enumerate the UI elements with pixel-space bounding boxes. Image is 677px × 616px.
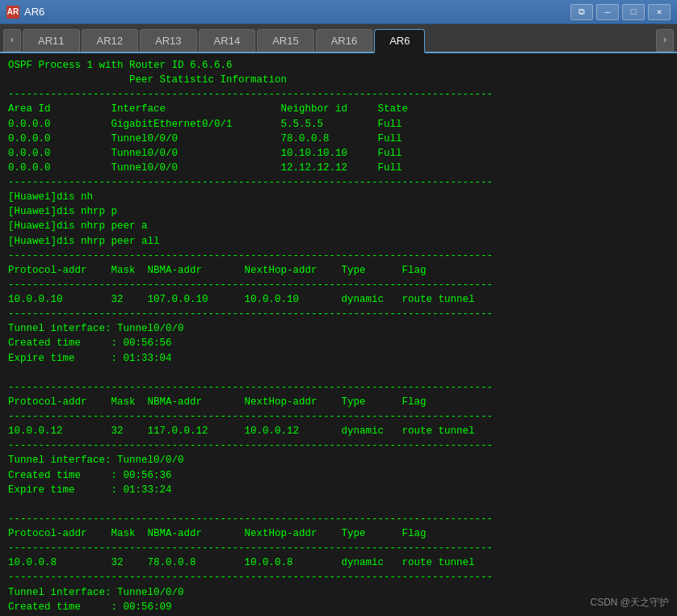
window-title: AR6 bbox=[24, 6, 44, 18]
tabs-container: AR11AR12AR13AR14AR15AR16AR6 bbox=[21, 29, 656, 52]
tab-nav-left[interactable]: ‹ bbox=[3, 29, 21, 52]
tab-ar15[interactable]: AR15 bbox=[257, 29, 314, 52]
tab-ar16[interactable]: AR16 bbox=[316, 29, 373, 52]
tab-ar11[interactable]: AR11 bbox=[23, 29, 80, 52]
tab-ar14[interactable]: AR14 bbox=[199, 29, 256, 52]
tab-bar: ‹ AR11AR12AR13AR14AR15AR16AR6 › bbox=[0, 24, 677, 53]
minimize-button[interactable]: — bbox=[596, 4, 619, 20]
tab-ar13[interactable]: AR13 bbox=[140, 29, 197, 52]
tab-ar6[interactable]: AR6 bbox=[374, 29, 425, 53]
terminal-content: OSPF Process 1 with Router ID 6.6.6.6 Pe… bbox=[8, 58, 669, 616]
watermark: CSDN @天之守护 bbox=[590, 596, 669, 610]
close-button[interactable]: ✕ bbox=[648, 4, 671, 20]
title-bar: AR AR6 ⧉ — □ ✕ bbox=[0, 0, 677, 24]
terminal-area[interactable]: OSPF Process 1 with Router ID 6.6.6.6 Pe… bbox=[0, 53, 677, 616]
title-bar-controls: ⧉ — □ ✕ bbox=[570, 4, 671, 20]
restore-button[interactable]: ⧉ bbox=[570, 4, 593, 20]
tab-nav-right[interactable]: › bbox=[656, 29, 674, 52]
app-icon: AR bbox=[6, 6, 19, 19]
maximize-button[interactable]: □ bbox=[622, 4, 645, 20]
title-bar-left: AR AR6 bbox=[6, 6, 44, 19]
tab-ar12[interactable]: AR12 bbox=[82, 29, 139, 52]
